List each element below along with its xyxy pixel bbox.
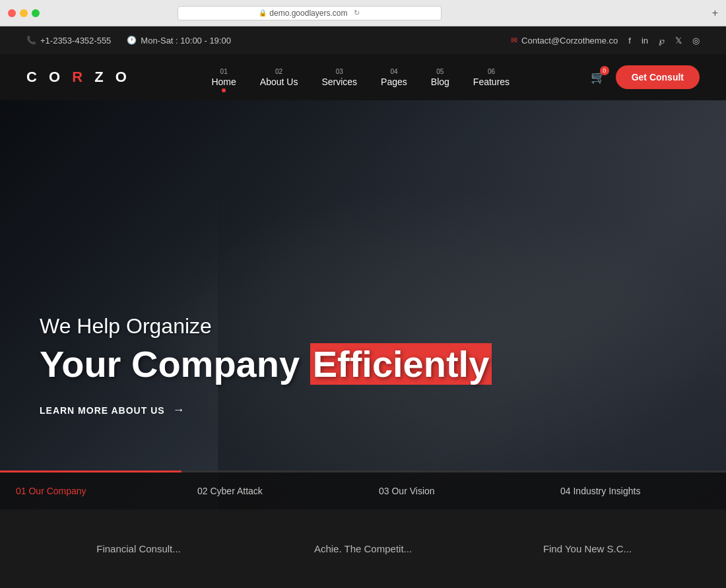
hours-item: 🕐 Mon-Sat : 10:00 - 19:00 — [127, 36, 231, 46]
header: C O R Z O 01 Home 02 About Us 03 Service… — [0, 54, 726, 100]
hero-title-plain: Your Company — [40, 343, 300, 385]
tab-02-label: Cyber Attack — [210, 486, 262, 496]
hero-tab-our-company[interactable]: 01 Our Company — [0, 471, 182, 509]
nav-about-num: 02 — [275, 68, 282, 75]
phone-icon: 📞 — [26, 36, 36, 45]
bottom-card-3[interactable]: Find You New S.C... — [475, 543, 700, 554]
cart-badge: 0 — [600, 66, 609, 75]
browser-chrome: 🔒 demo.goodlayers.com ↻ + — [0, 0, 726, 26]
nav-blog-label: Blog — [431, 77, 449, 87]
nav-blog[interactable]: 05 Blog — [420, 63, 460, 92]
top-bar-left: 📞 +1-2353-4352-555 🕐 Mon-Sat : 10:00 - 1… — [26, 36, 231, 46]
hero-tab-industry-insights[interactable]: 04 Industry Insights — [544, 471, 726, 509]
tab-04-label: Industry Insights — [573, 486, 640, 496]
bottom-card-3-label: Find You New S.C... — [543, 543, 632, 554]
hero-subtitle: We Help Organize — [40, 314, 492, 339]
hero-tabs: 01 Our Company 02 Cyber Attack 03 Our Vi… — [0, 471, 726, 509]
main-nav: 01 Home 02 About Us 03 Services 04 Pages… — [201, 63, 520, 92]
linkedin-icon[interactable]: in — [642, 36, 648, 46]
nav-home[interactable]: 01 Home — [201, 63, 246, 92]
nav-about[interactable]: 02 About Us — [249, 63, 309, 92]
hero-cta-label: Learn More About Us — [40, 405, 165, 416]
bottom-section: Financial Consult... Achie. The Competit… — [0, 509, 726, 588]
get-consult-button[interactable]: Get Consult — [616, 65, 700, 89]
tab-02-num: 02 — [197, 486, 210, 496]
nav-services-label: Services — [321, 77, 357, 87]
email-icon: ✉ — [511, 36, 517, 45]
tab-01-label: Our Company — [28, 486, 86, 496]
hero-cta-button[interactable]: Learn More About Us → — [40, 403, 492, 417]
tab-03-num: 03 — [379, 486, 391, 496]
hero-section: We Help Organize Your Company Efficientl… — [0, 100, 726, 509]
phone-number: +1-2353-4352-555 — [40, 36, 111, 46]
nav-features-label: Features — [473, 77, 510, 87]
nav-services-num: 03 — [336, 68, 343, 75]
hero-overlay — [0, 100, 726, 509]
lock-icon: 🔒 — [259, 9, 267, 16]
site-wrapper: 📞 +1-2353-4352-555 🕐 Mon-Sat : 10:00 - 1… — [0, 26, 726, 588]
bottom-card-1[interactable]: Financial Consult... — [26, 543, 251, 554]
tab-04-num: 04 — [560, 486, 573, 496]
nav-services[interactable]: 03 Services — [311, 63, 368, 92]
instagram-icon[interactable]: ◎ — [692, 36, 700, 46]
bottom-card-2-label: Achie. The Competit... — [314, 543, 412, 554]
url-text: demo.goodlayers.com — [269, 9, 347, 18]
nav-features-num: 06 — [488, 68, 495, 75]
hero-tab-our-vision[interactable]: 03 Our Vision — [363, 471, 544, 509]
bottom-card-2[interactable]: Achie. The Competit... — [251, 543, 475, 554]
nav-actions: 🛒 0 Get Consult — [591, 65, 700, 89]
arrow-right-icon: → — [173, 403, 185, 417]
url-bar[interactable]: 🔒 demo.goodlayers.com ↻ — [178, 6, 442, 20]
nav-home-num: 01 — [220, 68, 228, 75]
pinterest-icon[interactable]: ℘ — [659, 36, 665, 46]
business-hours: Mon-Sat : 10:00 - 19:00 — [141, 36, 231, 46]
nav-pages-num: 04 — [390, 68, 397, 75]
nav-pages-label: Pages — [381, 77, 407, 87]
window-controls — [8, 9, 40, 17]
minimize-button[interactable] — [20, 9, 28, 17]
new-tab-button[interactable]: + — [712, 7, 718, 19]
tab-01-num: 01 — [16, 486, 28, 496]
top-bar-right: ✉ Contact@Corzotheme.co f in ℘ 𝕏 ◎ — [511, 36, 700, 46]
close-button[interactable] — [8, 9, 16, 17]
bottom-card-1-label: Financial Consult... — [96, 543, 181, 554]
cart-icon[interactable]: 🛒 0 — [591, 70, 605, 84]
nav-about-label: About Us — [260, 77, 298, 87]
refresh-icon[interactable]: ↻ — [354, 9, 360, 17]
twitter-icon[interactable]: 𝕏 — [675, 36, 682, 46]
phone-item: 📞 +1-2353-4352-555 — [26, 36, 111, 46]
tab-03-label: Our Vision — [391, 486, 434, 496]
clock-icon: 🕐 — [127, 36, 137, 45]
top-bar: 📞 +1-2353-4352-555 🕐 Mon-Sat : 10:00 - 1… — [0, 26, 726, 54]
email-address: Contact@Corzotheme.co — [521, 36, 618, 46]
email-item: ✉ Contact@Corzotheme.co — [511, 36, 618, 46]
facebook-icon[interactable]: f — [628, 36, 631, 46]
nav-pages[interactable]: 04 Pages — [370, 63, 418, 92]
nav-blog-num: 05 — [436, 68, 444, 75]
hero-title: Your Company Efficiently — [40, 344, 492, 385]
nav-home-label: Home — [211, 77, 236, 87]
hero-content: We Help Organize Your Company Efficientl… — [40, 314, 492, 417]
nav-features[interactable]: 06 Features — [463, 63, 520, 92]
hero-tab-cyber-attack[interactable]: 02 Cyber Attack — [182, 471, 363, 509]
hero-title-highlight: Efficiently — [310, 343, 492, 385]
maximize-button[interactable] — [32, 9, 40, 17]
logo[interactable]: C O R Z O — [26, 69, 131, 86]
